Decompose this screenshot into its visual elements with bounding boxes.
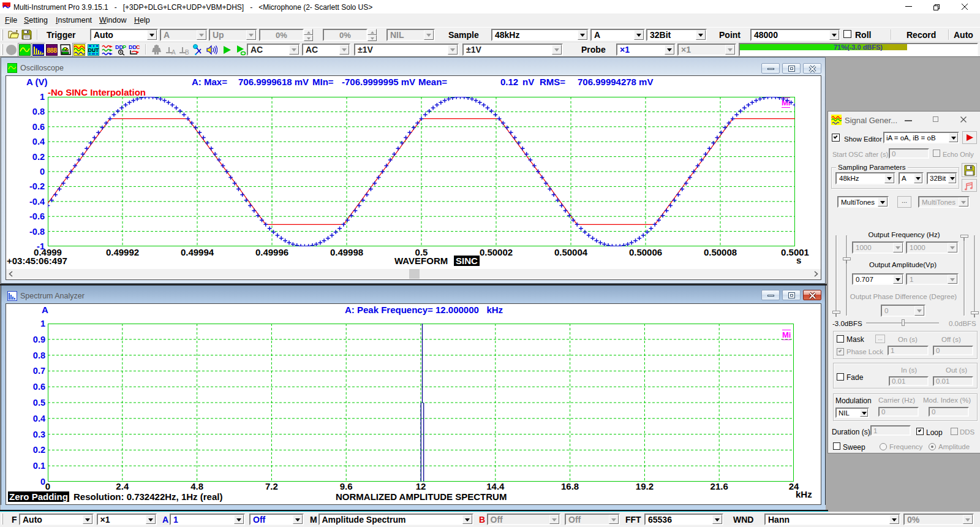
svg-text:P: P bbox=[123, 44, 126, 50]
svg-text:C: C bbox=[136, 44, 140, 50]
svg-text:888: 888 bbox=[47, 47, 57, 54]
svg-text:B: B bbox=[185, 49, 189, 56]
svg-text:A: A bbox=[172, 49, 176, 56]
svg-text:DUT: DUT bbox=[88, 47, 99, 53]
